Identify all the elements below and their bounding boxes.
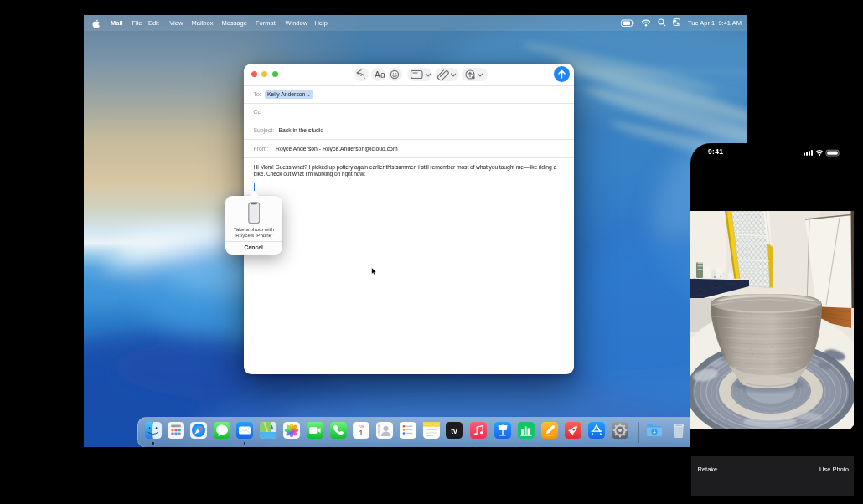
- svg-text:tv: tv: [451, 427, 457, 435]
- svg-text:Aa: Aa: [375, 69, 385, 80]
- svg-text:1: 1: [359, 428, 363, 437]
